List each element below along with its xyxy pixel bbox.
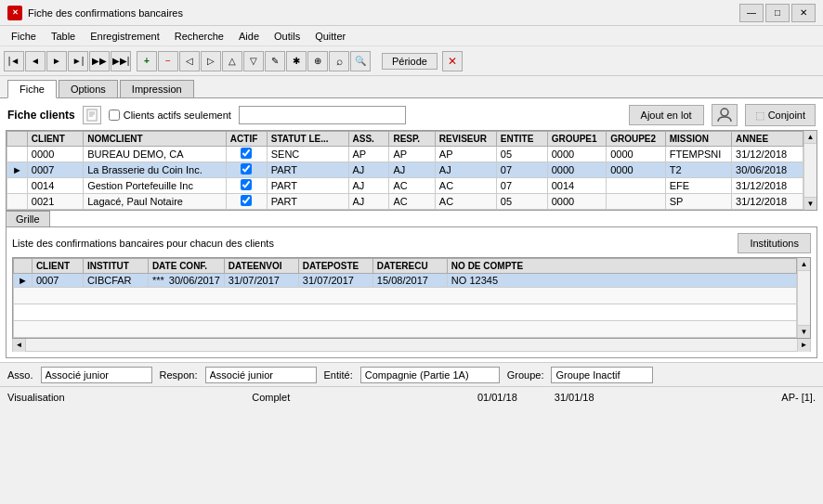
tab-bar: Fiche Options Impression [0,76,823,98]
client-2-rev: AC [435,178,496,194]
menu-aide[interactable]: Aide [231,29,267,44]
conf-arrow-0: ► [14,274,33,288]
client-1-ass: AJ [348,162,389,178]
client-row-0021[interactable]: 0021 Lagacé, Paul Notaire PART AJ AC AC … [7,194,803,210]
tb-close-x[interactable]: ✕ [442,51,463,71]
client-1-annee: 30/06/2018 [732,162,803,178]
conjoint-button[interactable]: ⬚ Conjoint [745,104,816,126]
client-0-nom: BUREAU DEMO, CA [84,147,227,162]
th2-dateposte: DATEPOSTE [298,259,372,274]
menu-table[interactable]: Table [44,29,83,44]
ajout-en-lot-button[interactable]: Ajout en lot [629,105,704,125]
th2-dateconf: DATE CONF. [148,259,224,274]
tb-left[interactable]: ◁ [179,51,200,71]
client-2-annee: 31/12/2018 [732,178,803,194]
maximize-button[interactable]: □ [765,4,790,22]
respon-input[interactable] [205,367,317,383]
client-row-0007[interactable]: ► 0007 La Brasserie du Coin Inc. PART AJ… [7,162,803,178]
client-3-annee: 31/12/2018 [732,194,803,210]
conf-daterec-0: 15/08/2017 [372,274,447,288]
clients-table-scrollbar[interactable]: ▲ ▼ [803,131,816,210]
app-icon: ✕ [7,6,22,20]
client-3-actif [226,194,267,210]
grille-body: Liste des confirmations bancaires pour c… [6,226,817,358]
confirmations-table: CLIENT INSTITUT DATE CONF. DATEENVOI DAT… [13,258,797,338]
th-annee: ANNEE [732,132,803,147]
tb-plus-circle[interactable]: ⊕ [307,51,328,71]
th-ass: ASS. [348,132,389,147]
bottom-status-bar: Visualisation Complet 01/01/18 31/01/18 … [0,386,823,407]
tb-add[interactable]: + [137,51,157,71]
tab-options[interactable]: Options [59,80,118,97]
menu-enregistrement[interactable]: Enregistrement [83,29,167,44]
menu-fiche[interactable]: Fiche [4,29,44,44]
conf-nocompte-0: NO 12345 [447,274,796,288]
th2-arrow [14,259,33,274]
tb-fast-fwd[interactable]: ▶▶ [89,51,110,71]
doc-icon[interactable] [83,106,101,124]
client-0-ass: AP [348,147,389,162]
client-3-nom: Lagacé, Paul Notaire [84,194,227,210]
client-1-nom: La Brasserie du Coin Inc. [84,162,227,178]
grille-scroll-down[interactable]: ▼ [798,325,810,338]
menu-recherche[interactable]: Recherche [167,29,231,44]
h-scroll-right[interactable]: ► [797,339,810,352]
institutions-button[interactable]: Institutions [738,233,811,253]
tb-star[interactable]: ✱ [286,51,307,71]
client-row-0007[interactable]: 0000 BUREAU DEMO, CA SENC AP AP AP 05 00… [7,147,803,162]
client-2-ent: 07 [496,178,547,194]
confirmation-row-0[interactable]: ► 0007 CIBCFAR *** 30/06/2017 31/07/2017… [14,274,797,288]
client-3-grp1: 0000 [547,194,607,210]
minimize-button[interactable]: — [739,4,764,22]
grille-scrollbar[interactable]: ▲ ▼ [797,258,810,338]
person-icon-button[interactable] [712,104,738,126]
entite-input[interactable] [360,367,500,383]
th-statut: STATUT LE... [267,132,348,147]
tab-fiche[interactable]: Fiche [7,80,57,98]
periode-button[interactable]: Période [382,53,438,70]
client-2-nom: Gestion Portefeuille Inc [84,178,227,194]
scroll-up-btn[interactable]: ▲ [804,131,816,144]
tb-right[interactable]: ▷ [201,51,221,71]
asso-input[interactable] [41,367,152,383]
client-0-grp2: 0000 [607,147,666,162]
tb-search[interactable]: 🔍 [350,51,371,71]
tb-up[interactable]: △ [222,51,242,71]
actifs-seulement-label[interactable]: Clients actifs seulement [109,110,231,121]
th2-nocompte: NO DE COMPTE [447,259,796,274]
actifs-seulement-checkbox[interactable] [109,110,120,121]
search-input[interactable] [239,106,406,124]
tb-first[interactable]: |◄ [4,51,24,71]
bottom-visualisation: Visualisation [7,392,65,403]
fiche-clients-label: Fiche clients [7,109,75,122]
tb-next[interactable]: ► [46,51,67,71]
tb-binoculars[interactable]: ⌕ [329,51,349,71]
groupe-input[interactable] [551,367,653,383]
clients-table: CLIENT NOMCLIENT ACTIF STATUT LE... ASS.… [7,131,803,210]
menu-quitter[interactable]: Quitter [307,29,353,44]
h-scrollbar[interactable]: ◄ ► [12,339,811,352]
client-row-0014[interactable]: 0014 Gestion Portefeuille Inc PART AJ AC… [7,178,803,194]
tb-down[interactable]: ▽ [243,51,264,71]
conf-dateposte-0: 31/07/2017 [298,274,372,288]
h-scroll-left[interactable]: ◄ [13,339,26,352]
tb-prev[interactable]: ◄ [25,51,46,71]
menu-outils[interactable]: Outils [267,29,307,44]
menu-bar: Fiche Table Enregistrement Recherche Aid… [0,26,823,46]
client-2-grp1: 0014 [547,178,607,194]
tb-last[interactable]: ►| [68,51,88,71]
client-0-ent: 05 [496,147,547,162]
th-client: CLIENT [27,132,83,147]
confirmation-empty-2 [14,304,797,321]
bottom-date1: 01/01/18 [477,392,517,403]
grille-scroll-up[interactable]: ▲ [798,258,810,271]
close-button[interactable]: ✕ [791,4,816,22]
tb-remove[interactable]: − [158,51,178,71]
grille-tab[interactable]: Grille [6,211,50,226]
scroll-down-btn[interactable]: ▼ [804,197,816,210]
tb-fast-last[interactable]: ▶▶| [111,51,131,71]
tb-edit[interactable]: ✎ [265,51,285,71]
client-2-grp2 [607,178,666,194]
tab-impression[interactable]: Impression [120,80,194,97]
entite-label: Entité: [324,369,353,381]
